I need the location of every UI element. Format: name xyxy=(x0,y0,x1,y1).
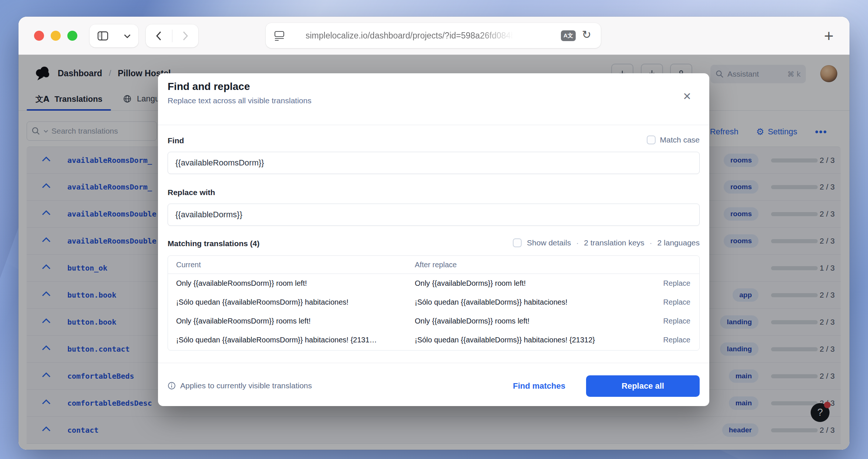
browser-chrome: simplelocalize.io/dashboard/projects/?id… xyxy=(18,17,850,55)
find-replace-modal: Find and replace Replace text across all… xyxy=(158,73,709,406)
matching-translations-label: Matching translations (4) xyxy=(168,239,260,248)
modal-title: Find and replace xyxy=(168,81,250,93)
table-row: Only {{availableRoomsDorm}} rooms left! … xyxy=(168,312,699,331)
matching-meta: Show details · 2 translation keys · 2 la… xyxy=(513,238,700,247)
sidebar-controls xyxy=(90,24,138,47)
table-header: Current After replace xyxy=(168,256,699,274)
replace-link[interactable]: Replace xyxy=(650,317,690,325)
find-matches-button[interactable]: Find matches xyxy=(513,381,565,391)
address-bar[interactable]: simplelocalize.io/dashboard/projects/?id… xyxy=(266,23,601,48)
replace-link[interactable]: Replace xyxy=(650,336,690,344)
stat-translation-keys: 2 translation keys xyxy=(584,238,644,247)
replace-all-button[interactable]: Replace all xyxy=(586,375,700,397)
find-input[interactable] xyxy=(168,152,700,174)
new-tab-button[interactable]: + xyxy=(818,25,840,47)
stat-languages: 2 languages xyxy=(657,238,700,247)
close-window-button[interactable] xyxy=(34,31,44,41)
zoom-window-button[interactable] xyxy=(67,31,77,41)
match-case-option[interactable]: Match case xyxy=(647,135,700,144)
modal-footer-divider xyxy=(158,363,709,363)
show-details-label: Show details xyxy=(527,238,571,247)
after-value: ¡Sólo quedan {{availableDorms}} habitaci… xyxy=(415,298,650,306)
modal-subtitle: Replace text across all visible translat… xyxy=(168,96,312,105)
table-row: Only {{availableRoomsDorm}} room left! O… xyxy=(168,274,699,293)
footer-note: Applies to currently visible translation… xyxy=(168,381,312,390)
table-row: ¡Sólo quedan {{availableRoomsDorm}} habi… xyxy=(168,331,699,349)
match-case-checkbox[interactable] xyxy=(647,135,656,144)
column-current: Current xyxy=(176,261,415,269)
after-value: Only {{availableDorms}} rooms left! xyxy=(415,317,650,325)
reload-icon[interactable]: ↻ xyxy=(582,28,591,41)
translate-page-icon[interactable]: A文 xyxy=(561,30,576,41)
current-value: ¡Sólo quedan {{availableRoomsDorm}} habi… xyxy=(176,336,415,344)
replace-link[interactable]: Replace xyxy=(650,279,690,288)
current-value: Only {{availableRoomsDorm}} rooms left! xyxy=(176,317,415,325)
modal-header-divider xyxy=(158,125,709,125)
browser-window: Dashboard / Pillow Hostel xyxy=(18,17,850,450)
desktop: Dashboard / Pillow Hostel xyxy=(0,0,868,459)
table-row: ¡Sólo quedan {{availableRoomsDorm}} habi… xyxy=(168,293,699,312)
find-label: Find xyxy=(168,136,184,145)
info-icon xyxy=(168,382,176,390)
forward-button[interactable] xyxy=(172,24,199,47)
replace-link[interactable]: Replace xyxy=(650,298,690,306)
current-value: Only {{availableRoomsDorm}} room left! xyxy=(176,279,415,288)
replace-with-label: Replace with xyxy=(168,188,215,197)
matching-translations-table: Current After replace Only {{availableRo… xyxy=(168,255,700,351)
page-format-icon[interactable] xyxy=(273,29,286,42)
column-after-replace: After replace xyxy=(415,261,650,269)
current-value: ¡Sólo quedan {{availableRoomsDorm}} habi… xyxy=(176,298,415,306)
nav-controls xyxy=(146,24,198,47)
back-button[interactable] xyxy=(146,24,172,47)
chevron-down-icon[interactable] xyxy=(124,34,131,38)
show-details-checkbox[interactable] xyxy=(513,238,522,247)
minimize-window-button[interactable] xyxy=(51,31,61,41)
after-value: Only {{availableDorms}} room left! xyxy=(415,279,650,288)
after-value: ¡Sólo quedan {{availableDorms}} habitaci… xyxy=(415,336,650,344)
url-text: simplelocalize.io/dashboard/projects/?id… xyxy=(306,23,515,48)
close-icon[interactable]: ✕ xyxy=(679,88,695,104)
sidebar-toggle-icon[interactable] xyxy=(97,30,109,41)
replace-input[interactable] xyxy=(168,204,700,226)
